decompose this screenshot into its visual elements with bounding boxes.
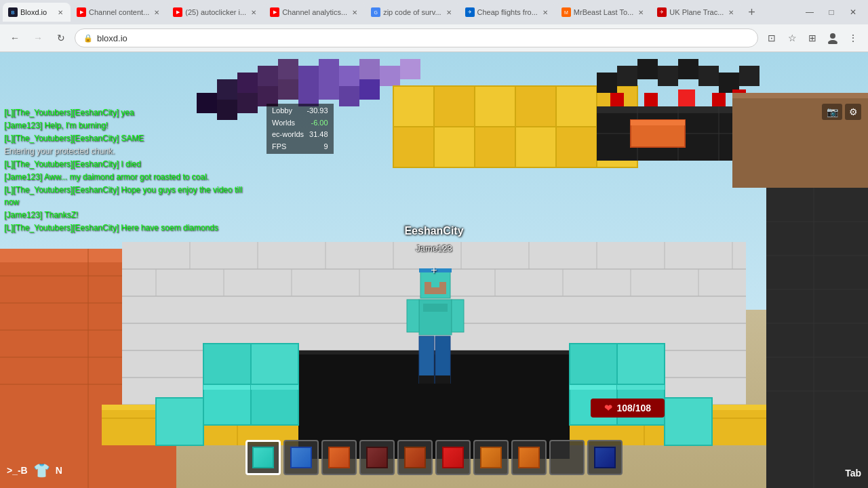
- tab-title-7: MrBeast Last To...: [574, 8, 633, 16]
- tab-title-bloxd: Bloxd.io: [20, 8, 53, 16]
- tab-close-7[interactable]: ✕: [636, 7, 646, 17]
- tab-autoclicker[interactable]: ▶ (25) autoclicker i... ✕: [167, 3, 264, 22]
- hotbar-slot-9[interactable]: [549, 440, 585, 475]
- tab-close-3[interactable]: ✕: [249, 7, 258, 17]
- tab7-favicon: M: [564, 10, 568, 15]
- svg-rect-112: [766, 188, 868, 488]
- svg-rect-66: [319, 59, 339, 79]
- tab-mrbeast[interactable]: M MrBeast Last To... ✕: [556, 3, 651, 22]
- hotbar-slot-8[interactable]: [511, 440, 547, 475]
- tab-zipcode[interactable]: G zip code of surv... ✕: [366, 3, 458, 22]
- fps-value: 9: [323, 141, 328, 153]
- health-text: 108/108: [616, 403, 651, 413]
- tab-close-8[interactable]: ✕: [726, 7, 736, 17]
- tab-bloxd[interactable]: B Bloxd.io ✕: [3, 3, 71, 22]
- svg-rect-50: [156, 398, 203, 445]
- maximize-button[interactable]: □: [822, 3, 841, 22]
- hotbar-slot-7[interactable]: [473, 440, 509, 475]
- bloxd-favicon: B: [11, 10, 14, 15]
- hotbar-slot-6[interactable]: [435, 440, 471, 475]
- hotbar-slot-1[interactable]: [245, 440, 281, 475]
- player-name-label-2: Jame123: [416, 243, 452, 253]
- svg-rect-88: [515, 127, 556, 167]
- svg-rect-64: [278, 59, 298, 79]
- svg-rect-76: [319, 79, 339, 100]
- minimize-button[interactable]: —: [800, 3, 819, 22]
- forward-button[interactable]: →: [28, 28, 47, 47]
- svg-rect-67: [339, 66, 359, 86]
- account-button[interactable]: [823, 28, 842, 47]
- item-netherack: [366, 447, 388, 468]
- svg-rect-54: [617, 384, 665, 390]
- tab-close-2[interactable]: ✕: [152, 7, 161, 17]
- svg-rect-70: [400, 59, 420, 79]
- address-bar[interactable]: 🔒 bloxd.io: [75, 28, 758, 47]
- hotbar-slot-3[interactable]: [321, 440, 357, 475]
- tab-channel-content[interactable]: ▶ Channel content... ✕: [71, 3, 167, 22]
- window-controls: — □ ✕: [800, 3, 863, 22]
- svg-rect-65: [298, 66, 319, 86]
- settings-icon[interactable]: ⚙: [845, 104, 861, 120]
- svg-rect-140: [419, 375, 434, 384]
- top-right-icons: 📷 ⚙: [822, 104, 861, 120]
- back-button[interactable]: ←: [5, 28, 24, 47]
- browser-chrome: B Bloxd.io ✕ ▶ Channel content... ✕ ▶ (2…: [0, 0, 868, 52]
- nav-right-icons: ⊡ ☆ ⊞ ⋮: [762, 28, 863, 47]
- tab-key-indicator: Tab: [845, 468, 861, 479]
- item-cyan: [252, 447, 274, 468]
- cast-button[interactable]: ⊡: [762, 28, 781, 47]
- worlds-label: Worlds: [272, 117, 295, 129]
- hotbar-slot-10[interactable]: [587, 440, 623, 475]
- svg-rect-102: [712, 93, 726, 106]
- svg-rect-128: [425, 287, 446, 294]
- svg-rect-121: [732, 93, 868, 98]
- tab-close-4[interactable]: ✕: [350, 7, 359, 17]
- hotbar-slot-2[interactable]: [283, 440, 319, 475]
- tab-analytics[interactable]: ▶ Channel analytics... ✕: [264, 3, 365, 22]
- nav-bar: ← → ↻ 🔒 bloxd.io ⊡ ☆ ⊞ ⋮: [0, 24, 868, 52]
- svg-rect-96: [698, 66, 719, 86]
- new-tab-button[interactable]: +: [742, 3, 761, 22]
- svg-rect-95: [678, 59, 698, 79]
- fps-stat: FPS 9: [272, 141, 328, 153]
- camera-icon[interactable]: 📷: [822, 104, 842, 120]
- reload-button[interactable]: ↻: [52, 28, 71, 47]
- hotbar-slot-5[interactable]: [397, 440, 433, 475]
- hotbar: [245, 440, 623, 475]
- chat-message-4: Entering your protected chunk.: [4, 145, 257, 157]
- svg-rect-100: [644, 93, 658, 106]
- svg-rect-79: [393, 86, 434, 127]
- tab-title-4: Channel analytics...: [282, 8, 347, 16]
- svg-rect-80: [434, 86, 475, 127]
- tab-close-bloxd[interactable]: ✕: [56, 7, 65, 17]
- tshirt-icon: 👕: [33, 462, 50, 479]
- svg-rect-83: [556, 86, 597, 127]
- lobby-label: Lobby: [272, 105, 292, 117]
- tab-cheap-flights[interactable]: ✈ Cheap flights fro... ✕: [460, 3, 555, 22]
- item-red: [442, 447, 464, 468]
- lobby-stat: Lobby -30.93: [272, 105, 328, 117]
- svg-rect-86: [434, 127, 475, 167]
- tab-close-6[interactable]: ✕: [540, 7, 550, 17]
- close-window-button[interactable]: ✕: [844, 3, 863, 22]
- tab-plane-tracker[interactable]: ✈ UK Plane Trac... ✕: [652, 3, 741, 22]
- tab-title-8: UK Plane Trac...: [669, 8, 724, 16]
- menu-button[interactable]: ⋮: [844, 28, 863, 47]
- tab-title-5: zip code of surv...: [383, 8, 441, 16]
- svg-rect-68: [359, 59, 380, 79]
- svg-rect-61: [217, 79, 237, 100]
- ec-worlds-stat: ec-worlds 31.48: [272, 129, 328, 141]
- bookmark-button[interactable]: ☆: [783, 28, 802, 47]
- hotbar-slot-4[interactable]: [359, 440, 395, 475]
- extension-button[interactable]: ⊞: [803, 28, 822, 47]
- lock-icon: 🔒: [83, 34, 93, 43]
- svg-rect-58: [570, 344, 617, 384]
- ec-worlds-label: ec-worlds: [272, 129, 304, 141]
- svg-rect-82: [515, 86, 556, 127]
- svg-rect-77: [339, 86, 359, 106]
- chat-message-3: [L][The_Youtubers][EeshanCity] SAME: [4, 132, 257, 144]
- tab-title-3: (25) autoclicker i...: [185, 8, 246, 16]
- crosshair: +: [431, 264, 437, 277]
- tab-close-5[interactable]: ✕: [444, 7, 454, 17]
- svg-rect-74: [278, 79, 298, 100]
